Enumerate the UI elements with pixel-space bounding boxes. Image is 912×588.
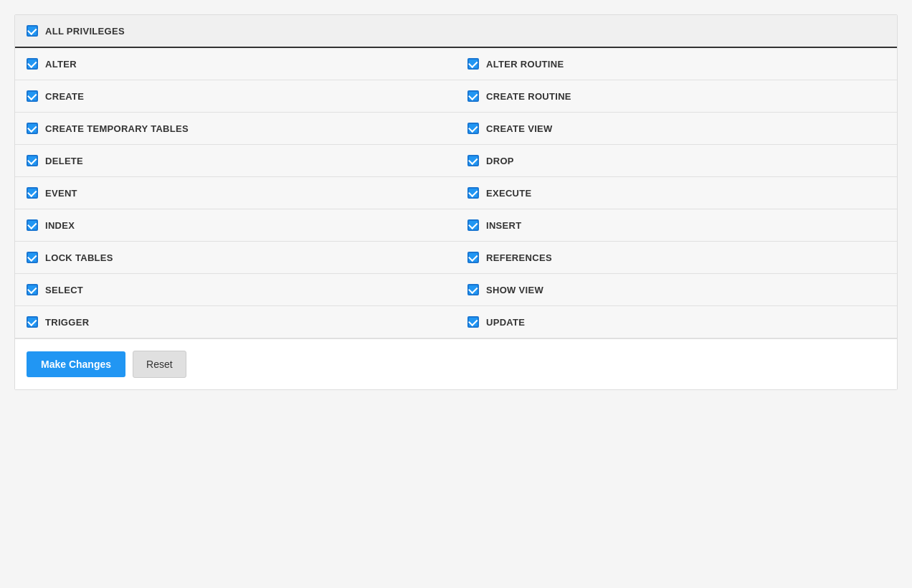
privilege-label: DROP <box>486 156 514 166</box>
privilege-checkbox-icon[interactable] <box>467 316 479 328</box>
privilege-label: INSERT <box>486 220 521 231</box>
privilege-label: UPDATE <box>486 317 525 328</box>
privilege-cell: INSERT <box>456 209 897 242</box>
privilege-cell: LOCK TABLES <box>15 242 456 274</box>
privilege-cell: CREATE VIEW <box>456 113 897 145</box>
privilege-cell: UPDATE <box>456 306 897 338</box>
privilege-checkbox-icon[interactable] <box>467 284 479 295</box>
privilege-checkbox-icon[interactable] <box>27 252 38 263</box>
privilege-cell: REFERENCES <box>456 242 897 274</box>
privilege-checkbox[interactable] <box>27 316 38 328</box>
privilege-label: INDEX <box>45 220 75 231</box>
privilege-cell: CREATE ROUTINE <box>456 80 897 113</box>
privilege-checkbox-icon[interactable] <box>467 187 479 199</box>
privilege-checkbox[interactable] <box>467 58 479 70</box>
reset-button[interactable]: Reset <box>133 351 186 378</box>
privilege-label: ALTER <box>45 59 77 70</box>
privilege-checkbox-icon[interactable] <box>27 123 38 134</box>
privilege-label: CREATE TEMPORARY TABLES <box>45 123 189 134</box>
privilege-checkbox[interactable] <box>27 58 38 70</box>
privilege-checkbox[interactable] <box>27 155 38 166</box>
privilege-label: CREATE <box>45 91 84 102</box>
privilege-cell: TRIGGER <box>15 306 456 338</box>
privilege-checkbox-icon[interactable] <box>27 90 38 102</box>
privilege-checkbox-icon[interactable] <box>27 284 38 295</box>
all-privileges-checkbox-icon[interactable] <box>27 25 38 37</box>
privilege-checkbox[interactable] <box>27 123 38 134</box>
all-privileges-checkbox[interactable] <box>27 25 38 37</box>
privilege-checkbox[interactable] <box>467 316 479 328</box>
privilege-checkbox[interactable] <box>27 252 38 263</box>
privilege-checkbox[interactable] <box>27 284 38 295</box>
privilege-checkbox-icon[interactable] <box>27 219 38 231</box>
privileges-container: ALL PRIVILEGES ALTERALTER ROUTINECREATEC… <box>14 14 898 390</box>
privilege-checkbox-icon[interactable] <box>467 90 479 102</box>
privilege-checkbox-icon[interactable] <box>27 316 38 328</box>
privilege-checkbox-icon[interactable] <box>467 219 479 231</box>
privilege-cell: DROP <box>456 145 897 177</box>
privilege-checkbox[interactable] <box>467 123 479 134</box>
privilege-cell: ALTER ROUTINE <box>456 48 897 80</box>
privilege-label: SHOW VIEW <box>486 285 543 295</box>
privilege-checkbox[interactable] <box>467 252 479 263</box>
privilege-cell: INDEX <box>15 209 456 242</box>
privilege-label: DELETE <box>45 156 83 166</box>
privilege-checkbox[interactable] <box>467 219 479 231</box>
privilege-checkbox-icon[interactable] <box>467 155 479 166</box>
privilege-cell: CREATE <box>15 80 456 113</box>
privilege-checkbox-icon[interactable] <box>27 155 38 166</box>
privilege-cell: ALTER <box>15 48 456 80</box>
privilege-label: REFERENCES <box>486 252 552 263</box>
privilege-checkbox[interactable] <box>27 187 38 199</box>
privilege-cell: DELETE <box>15 145 456 177</box>
privilege-checkbox-icon[interactable] <box>467 123 479 134</box>
privilege-label: CREATE ROUTINE <box>486 91 571 102</box>
privilege-checkbox[interactable] <box>467 90 479 102</box>
privilege-cell: CREATE TEMPORARY TABLES <box>15 113 456 145</box>
privilege-grid: ALTERALTER ROUTINECREATECREATE ROUTINECR… <box>15 48 897 338</box>
privilege-checkbox-icon[interactable] <box>27 58 38 70</box>
actions-row: Make Changes Reset <box>15 338 897 389</box>
privilege-cell: EVENT <box>15 177 456 209</box>
privilege-checkbox-icon[interactable] <box>467 58 479 70</box>
privilege-checkbox[interactable] <box>467 155 479 166</box>
make-changes-button[interactable]: Make Changes <box>27 351 125 377</box>
privilege-label: TRIGGER <box>45 317 89 328</box>
privilege-cell: SHOW VIEW <box>456 274 897 306</box>
privilege-label: EVENT <box>45 188 77 199</box>
privilege-label: LOCK TABLES <box>45 252 113 263</box>
privilege-label: SELECT <box>45 285 83 295</box>
privilege-label: ALTER ROUTINE <box>486 59 564 70</box>
privilege-cell: EXECUTE <box>456 177 897 209</box>
all-privileges-row: ALL PRIVILEGES <box>15 15 897 48</box>
privilege-checkbox[interactable] <box>27 90 38 102</box>
privilege-checkbox[interactable] <box>467 187 479 199</box>
privilege-cell: SELECT <box>15 274 456 306</box>
privilege-checkbox[interactable] <box>467 284 479 295</box>
privilege-checkbox-icon[interactable] <box>467 252 479 263</box>
privilege-label: CREATE VIEW <box>486 123 553 134</box>
privilege-label: EXECUTE <box>486 188 532 199</box>
privilege-checkbox[interactable] <box>27 219 38 231</box>
privilege-checkbox-icon[interactable] <box>27 187 38 199</box>
all-privileges-label: ALL PRIVILEGES <box>45 26 125 37</box>
